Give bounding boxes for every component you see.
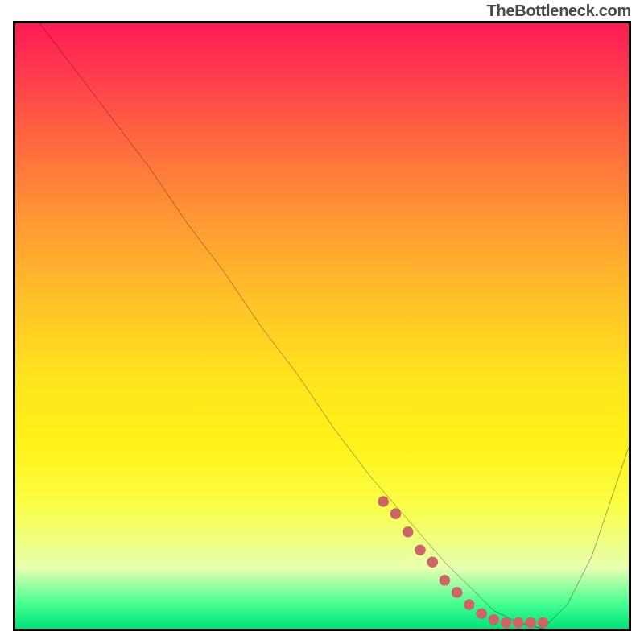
highlight-dot (501, 617, 512, 629)
highlight-dot (513, 617, 524, 629)
highlight-dot (440, 575, 451, 586)
highlight-dot (476, 608, 487, 619)
highlight-dot (464, 599, 475, 610)
bottleneck-curve-path (15, 23, 629, 629)
highlight-dot (525, 617, 536, 629)
highlight-dot (415, 544, 426, 555)
highlight-dot (427, 557, 438, 568)
plot-area (13, 21, 631, 631)
highlight-dot (378, 496, 389, 507)
chart-frame: TheBottleneck.com (0, 0, 644, 644)
highlight-dot (390, 508, 402, 519)
chart-svg (15, 23, 629, 629)
highlight-dot (489, 614, 500, 625)
highlight-dot (537, 617, 548, 629)
highlight-dot (452, 587, 463, 598)
watermark-text: TheBottleneck.com (487, 2, 631, 20)
highlight-dot (402, 526, 414, 538)
highlight-dots-group (378, 496, 548, 628)
